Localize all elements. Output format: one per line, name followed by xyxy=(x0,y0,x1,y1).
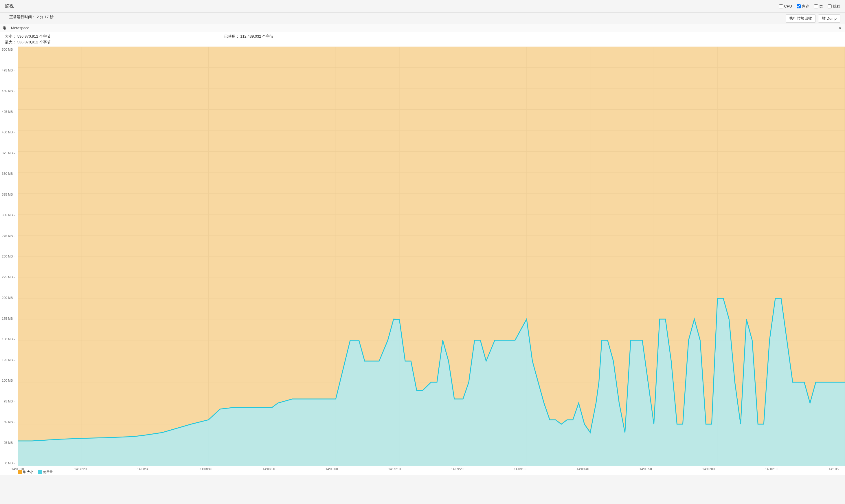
y-label-300mb: 300 MB - xyxy=(1,213,17,217)
y-label-100mb: 100 MB - xyxy=(1,379,17,382)
heap-stats-left: 大小： 536,870,912 个字节 最大： 536,870,912 个字节 xyxy=(5,34,51,45)
y-label-400mb: 400 MB - xyxy=(1,130,17,134)
x-label-1: 14:08:20 xyxy=(74,467,87,471)
action-buttons: 执行垃圾回收 堆 Dump xyxy=(786,15,840,22)
x-label-7: 14:09:20 xyxy=(451,467,464,471)
y-label-375mb: 375 MB - xyxy=(1,151,17,155)
heap-dump-button[interactable]: 堆 Dump xyxy=(818,15,840,22)
y-label-75mb: 75 MB - xyxy=(1,399,17,403)
second-row: 正常运行时间： 2 分 17 秒 执行垃圾回收 堆 Dump xyxy=(0,13,845,22)
cpu-checkbox-item[interactable]: CPU xyxy=(779,4,792,8)
size-value: 536,870,912 个字节 xyxy=(17,34,51,38)
class-checkbox[interactable] xyxy=(814,4,818,8)
class-checkbox-item[interactable]: 类 xyxy=(814,4,823,9)
y-label-250mb: 250 MB - xyxy=(1,255,17,258)
x-label-13: 14:10:2 xyxy=(829,467,840,471)
y-label-350mb: 350 MB - xyxy=(1,172,17,175)
x-label-6: 14:09:10 xyxy=(388,467,401,471)
x-label-11: 14:10:00 xyxy=(702,467,715,471)
y-axis: 0 MB - 25 MB - 50 MB - 75 MB - 100 MB - … xyxy=(0,47,18,466)
legend-size-color xyxy=(18,470,22,474)
x-label-10: 14:09:50 xyxy=(640,467,652,471)
class-label[interactable]: 类 xyxy=(819,4,823,9)
thread-label[interactable]: 线程 xyxy=(833,4,840,9)
x-axis: 14:08:10 14:08:20 14:08:30 14:08:40 14:0… xyxy=(18,466,845,474)
gc-button[interactable]: 执行垃圾回收 xyxy=(786,15,816,22)
y-label-225mb: 225 MB - xyxy=(1,275,17,279)
y-label-0mb: 0 MB - xyxy=(1,462,17,465)
max-stat: 最大： 536,870,912 个字节 xyxy=(5,40,51,45)
thread-checkbox-item[interactable]: 线程 xyxy=(828,4,840,9)
legend-size-label: 堆 大小 xyxy=(23,470,33,474)
used-stat: 已使用： 112,439,032 个字节 xyxy=(224,34,274,45)
cpu-label[interactable]: CPU xyxy=(784,4,792,8)
x-label-5: 14:09:00 xyxy=(326,467,338,471)
x-label-2: 14:08:30 xyxy=(137,467,150,471)
chart-container: 0 MB - 25 MB - 50 MB - 75 MB - 100 MB - … xyxy=(0,47,845,475)
y-label-25mb: 25 MB - xyxy=(1,441,17,445)
used-value: 112,439,032 个字节 xyxy=(240,34,273,38)
size-label: 大小： xyxy=(5,34,16,38)
heap-header-left: 堆 Metaspace xyxy=(3,25,32,31)
legend-used-label: 使用量 xyxy=(43,470,53,474)
x-label-9: 14:09:40 xyxy=(577,467,589,471)
legend-used-color xyxy=(38,470,42,474)
cpu-checkbox[interactable] xyxy=(779,4,783,8)
heap-tab[interactable]: Metaspace xyxy=(9,25,32,31)
thread-checkbox[interactable] xyxy=(828,4,832,8)
x-label-12: 14:10:10 xyxy=(765,467,777,471)
legend-size: 堆 大小 xyxy=(18,470,33,474)
y-label-425mb: 425 MB - xyxy=(1,110,17,113)
heap-section: 堆 Metaspace × 大小： 536,870,912 个字节 最大： 53… xyxy=(0,24,845,475)
heap-label: 堆 xyxy=(3,25,6,31)
heap-header: 堆 Metaspace × xyxy=(0,24,845,32)
max-value: 536,870,912 个字节 xyxy=(17,40,51,44)
legend-used: 使用量 xyxy=(38,470,53,474)
memory-checkbox[interactable] xyxy=(797,4,801,8)
uptime-bar: 正常运行时间： 2 分 17 秒 xyxy=(5,13,58,21)
y-label-325mb: 325 MB - xyxy=(1,193,17,196)
max-label: 最大： xyxy=(5,40,16,44)
size-stat: 大小： 536,870,912 个字节 xyxy=(5,34,51,39)
y-label-450mb: 450 MB - xyxy=(1,89,17,93)
y-label-175mb: 175 MB - xyxy=(1,317,17,320)
chart-legend: 堆 大小 使用量 xyxy=(18,470,53,474)
y-label-50mb: 50 MB - xyxy=(1,420,17,424)
y-label-475mb: 475 MB - xyxy=(1,69,17,72)
memory-label[interactable]: 内存 xyxy=(802,4,809,9)
heap-close-button[interactable]: × xyxy=(838,25,842,31)
checkbox-group: CPU 内存 类 线程 xyxy=(779,4,840,9)
uptime-value: 2 分 17 秒 xyxy=(37,15,54,19)
y-label-150mb: 150 MB - xyxy=(1,337,17,341)
y-label-500mb: 500 MB - xyxy=(1,48,17,51)
top-bar: 监视 CPU 内存 类 线程 xyxy=(0,0,845,13)
y-label-200mb: 200 MB - xyxy=(1,296,17,300)
x-label-3: 14:08:40 xyxy=(200,467,212,471)
uptime-label: 正常运行时间： xyxy=(9,15,36,19)
top-bar-right: CPU 内存 类 线程 xyxy=(779,4,840,9)
used-label: 已使用： xyxy=(224,34,239,38)
heap-stats: 大小： 536,870,912 个字节 最大： 536,870,912 个字节 … xyxy=(0,32,845,47)
memory-checkbox-item[interactable]: 内存 xyxy=(797,4,809,9)
main-chart xyxy=(18,47,845,466)
page-title: 监视 xyxy=(5,3,14,9)
y-label-125mb: 125 MB - xyxy=(1,358,17,362)
x-label-8: 14:09:30 xyxy=(514,467,526,471)
y-label-275mb: 275 MB - xyxy=(1,234,17,237)
x-label-4: 14:08:50 xyxy=(263,467,275,471)
